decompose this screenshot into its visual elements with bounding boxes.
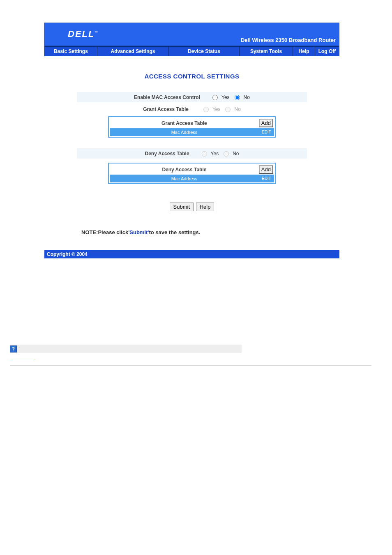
- help-button[interactable]: Help: [196, 203, 214, 211]
- note: NOTE:Please click'Submit'to save the set…: [81, 229, 339, 235]
- deny-table-title: Deny Access Table: [110, 165, 259, 175]
- grant-yes-label: Yes: [212, 106, 221, 112]
- page-title: ACCESS CONTROL SETTINGS: [44, 73, 339, 80]
- enable-mac-no-label: No: [244, 94, 250, 100]
- grant-mac-header: Mac Address: [110, 129, 259, 136]
- deny-yes-label: Yes: [211, 151, 219, 157]
- divider: [10, 365, 371, 366]
- dell-logo: DELL™: [68, 29, 98, 39]
- enable-mac-row: Enable MAC Access Control Yes No: [77, 92, 307, 102]
- grant-toggle-row: Grant Access Table Yes No: [44, 106, 339, 112]
- grant-table-header-row: Mac Address EDIT: [110, 129, 274, 136]
- submit-button[interactable]: Submit: [170, 203, 194, 211]
- blue-link[interactable]: [10, 356, 35, 360]
- enable-mac-no-radio[interactable]: [235, 95, 240, 100]
- deny-yes-radio[interactable]: [202, 151, 207, 157]
- deny-toggle-label: Deny Access Table: [145, 151, 189, 157]
- nav-log-off[interactable]: Log Off: [315, 47, 339, 56]
- grant-table-title: Grant Access Table: [110, 118, 259, 128]
- grant-yes-radio[interactable]: [203, 107, 209, 112]
- deny-mac-header: Mac Address: [110, 175, 259, 182]
- grant-toggle-label: Grant Access Table: [143, 106, 189, 112]
- footer: Copyright © 2004: [44, 250, 339, 258]
- enable-mac-yes-radio[interactable]: [212, 95, 218, 100]
- enable-mac-radio-group: Yes No: [210, 94, 250, 100]
- nav-advanced-settings[interactable]: Advanced Settings: [97, 47, 169, 56]
- note-prefix: NOTE:Please click: [81, 229, 128, 235]
- bottom-strip: ?: [10, 345, 371, 366]
- deny-table-header-row: Mac Address EDIT: [110, 175, 274, 182]
- note-suffix: to save the settings.: [149, 229, 200, 235]
- router-admin-page: DELL™ Dell Wireless 2350 Broadband Route…: [44, 23, 339, 258]
- deny-add-button[interactable]: Add: [259, 165, 273, 174]
- grant-edit-header: EDIT: [259, 129, 274, 136]
- deny-table-title-row: Deny Access Table Add: [110, 164, 274, 175]
- nav-system-tools[interactable]: System Tools: [240, 47, 293, 56]
- help-icon[interactable]: ?: [10, 345, 17, 352]
- deny-radio-group: Yes No: [199, 151, 239, 157]
- header: DELL™ Dell Wireless 2350 Broadband Route…: [44, 23, 339, 46]
- grant-add-button[interactable]: Add: [259, 119, 273, 127]
- deny-edit-header: EDIT: [259, 175, 274, 182]
- grant-access-table: Grant Access Table Add Mac Address EDIT: [108, 116, 276, 138]
- nav-help[interactable]: Help: [293, 47, 315, 56]
- logo-tm: ™: [95, 31, 98, 35]
- gray-bar: ?: [10, 345, 242, 353]
- enable-mac-yes-label: Yes: [221, 94, 230, 100]
- nav-device-status[interactable]: Device Status: [169, 47, 240, 56]
- deny-toggle-row: Deny Access Table Yes No: [77, 148, 307, 159]
- action-buttons: Submit Help: [44, 203, 339, 211]
- deny-access-table: Deny Access Table Add Mac Address EDIT: [108, 163, 276, 184]
- logo-text: DELL: [68, 29, 95, 39]
- note-submit-word: 'Submit': [128, 229, 149, 235]
- grant-radio-group: Yes No: [201, 106, 241, 112]
- nav-basic-settings[interactable]: Basic Settings: [45, 47, 97, 56]
- device-name: Dell Wireless 2350 Broadband Router: [241, 37, 336, 43]
- deny-no-label: No: [233, 151, 239, 157]
- grant-no-radio[interactable]: [225, 107, 231, 112]
- grant-no-label: No: [234, 106, 240, 112]
- enable-mac-label: Enable MAC Access Control: [134, 94, 200, 100]
- grant-table-title-row: Grant Access Table Add: [110, 118, 274, 129]
- nav-bar: Basic Settings Advanced Settings Device …: [44, 46, 339, 56]
- deny-no-radio[interactable]: [224, 151, 229, 157]
